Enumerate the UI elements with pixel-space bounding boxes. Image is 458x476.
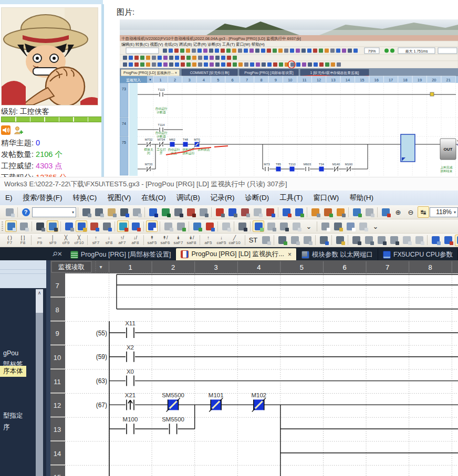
find-window-icon[interactable] — [47, 220, 58, 232]
inline-st-icon[interactable]: ST — [247, 235, 259, 246]
panel-a-icon[interactable] — [319, 220, 331, 232]
insert-row-icon[interactable] — [318, 235, 329, 246]
watch-window1-icon[interactable] — [117, 220, 129, 232]
fit-zoom-icon[interactable]: ↹ — [418, 206, 429, 218]
tree-branch-icon[interactable] — [430, 235, 441, 246]
audio-icon[interactable] — [1, 125, 11, 135]
fkey-F7[interactable]: ( )F7 — [3, 234, 16, 247]
monitor-mode-dropdown[interactable]: ▾ — [99, 264, 102, 270]
menu-item-3[interactable]: 视图(V) — [102, 192, 136, 204]
history-icon[interactable] — [162, 220, 174, 232]
edit-coil-icon[interactable] — [289, 235, 300, 246]
fkey-caF10[interactable]: ╱caF10 — [228, 234, 241, 247]
tool-b-icon[interactable] — [278, 220, 289, 232]
contact-X21[interactable]: X21 — [125, 392, 136, 410]
help-icon[interactable]: ? — [20, 206, 32, 218]
panel-splitter[interactable] — [46, 260, 50, 476]
read-from-plc-icon[interactable] — [226, 206, 238, 218]
fkey-F9[interactable]: ─F9 — [33, 234, 46, 247]
menu-item-10[interactable]: 帮助(H) — [344, 192, 379, 204]
replace-device-icon[interactable] — [185, 206, 196, 218]
luffy-avatar[interactable] — [1, 7, 98, 105]
verify-plc-icon[interactable] — [239, 206, 251, 218]
monitor-write-icon[interactable] — [380, 206, 391, 218]
doc-find1-icon[interactable] — [376, 235, 387, 246]
jump-next-icon[interactable] — [322, 206, 334, 218]
tool-a-icon[interactable] — [265, 220, 277, 232]
fkey-aF8[interactable]: ↓/aF8 — [129, 234, 142, 247]
io-check-icon[interactable] — [204, 220, 215, 232]
monitor-stop-icon[interactable] — [363, 206, 375, 218]
tab-ladder-monitor[interactable]: ProgPou [PRG] [LD] 监视执行...× — [176, 248, 296, 260]
device-monitor-icon[interactable] — [280, 206, 292, 218]
panel-c-icon[interactable] — [345, 220, 356, 232]
menu-item-1[interactable]: 搜索/替换(F) — [18, 192, 68, 204]
fkey-sF7[interactable]: ↑sF7 — [89, 234, 102, 247]
device-list-icon[interactable] — [76, 220, 87, 232]
find-device-icon[interactable] — [147, 206, 159, 218]
jump-comment-icon[interactable] — [309, 206, 321, 218]
menu-item-8[interactable]: 工具(T) — [274, 192, 308, 204]
contact-M102[interactable]: M102 — [251, 392, 266, 411]
overflow2-icon[interactable]: ⌄ — [370, 220, 381, 232]
menu-item-0[interactable]: E) — [0, 192, 18, 204]
fkey-saF6[interactable]: ↟/saF6 — [159, 234, 172, 247]
statement-icon[interactable] — [334, 235, 346, 246]
nav-item-3[interactable]: 型指定 — [3, 411, 23, 420]
replace-open-icon[interactable] — [197, 206, 209, 218]
note-del-icon[interactable] — [413, 235, 425, 246]
panel-d-icon[interactable] — [357, 220, 369, 232]
device-edit-icon[interactable] — [293, 206, 305, 218]
find-binoculars-icon[interactable] — [34, 220, 46, 232]
screen-capture-icon[interactable] — [253, 220, 264, 232]
watch-window2-icon[interactable] — [130, 220, 141, 232]
edit-undo-icon[interactable] — [350, 235, 362, 246]
outline-icon[interactable] — [146, 220, 158, 232]
zoom-level-combo[interactable]: 118%▾ — [430, 207, 458, 217]
fkey-aF7[interactable]: ↑/aF7 — [116, 234, 129, 247]
tree-edit-icon[interactable] — [442, 235, 454, 246]
quick-find-combo[interactable]: ▾ — [32, 207, 76, 217]
fkey-caF5[interactable]: ↓caF5 — [215, 234, 228, 247]
fkey-sF9[interactable]: │sF9 — [46, 234, 59, 247]
fkey-saF5[interactable]: ↟saF5 — [145, 234, 159, 247]
tab-cpu-param[interactable]: FX5UCPU CPU参数 — [378, 249, 458, 260]
doc-find2-icon[interactable] — [388, 235, 400, 246]
list-view-icon[interactable] — [18, 220, 29, 232]
panel-b-icon[interactable] — [332, 220, 344, 232]
copy-icon[interactable] — [93, 206, 105, 218]
overflow-icon[interactable]: ⌄ — [303, 220, 315, 232]
label-edit-icon[interactable] — [191, 220, 203, 232]
device-search-icon[interactable] — [236, 220, 248, 232]
history-list-icon[interactable] — [175, 220, 186, 232]
zoom-in-icon[interactable]: ⊕ — [392, 206, 404, 218]
fkey-saF7[interactable]: ↡saF7 — [172, 234, 185, 247]
st-block-icon[interactable] — [260, 235, 272, 246]
menu-item-7[interactable]: 诊断(D) — [240, 192, 275, 204]
device-comment-icon[interactable] — [63, 220, 75, 232]
monitor-start-icon[interactable] — [351, 206, 362, 218]
tool-c-icon[interactable] — [290, 220, 302, 232]
note-add-icon[interactable] — [401, 235, 412, 246]
device-usage-icon[interactable] — [101, 220, 112, 232]
cross-reference-icon[interactable] — [88, 220, 100, 232]
menu-item-2[interactable]: 转换(C) — [68, 192, 102, 204]
edit-pair-icon[interactable] — [301, 235, 313, 246]
menu-item-6[interactable]: 记录(R) — [205, 192, 240, 204]
disabled-tool-icon[interactable] — [220, 220, 232, 232]
cut-icon[interactable] — [80, 206, 92, 218]
nav-item-4[interactable]: 序 — [3, 423, 10, 432]
contact-M101[interactable]: M101 — [209, 392, 224, 411]
nav-scrollbar-thumb[interactable] — [36, 297, 43, 313]
tab-module-param[interactable]: 模块参数 以太网端口 — [297, 249, 378, 260]
online-diff-icon[interactable] — [264, 206, 276, 218]
zoom-out-icon[interactable]: ⊖ — [405, 206, 417, 218]
nav-scrollbar-track[interactable] — [36, 289, 43, 476]
ladder-view-icon[interactable] — [5, 220, 17, 232]
menu-item-5[interactable]: 调试(B) — [171, 192, 205, 204]
verify-disabled-icon[interactable] — [252, 206, 263, 218]
ladder-canvas[interactable]: 监视读取12345678▾789101112131415(55)X11(59)X… — [50, 260, 458, 476]
menu-item-9[interactable]: 窗口(W) — [308, 192, 345, 204]
fkey-F8[interactable]: [ ]F8 — [16, 234, 29, 247]
add-friend-icon[interactable] — [14, 125, 24, 135]
